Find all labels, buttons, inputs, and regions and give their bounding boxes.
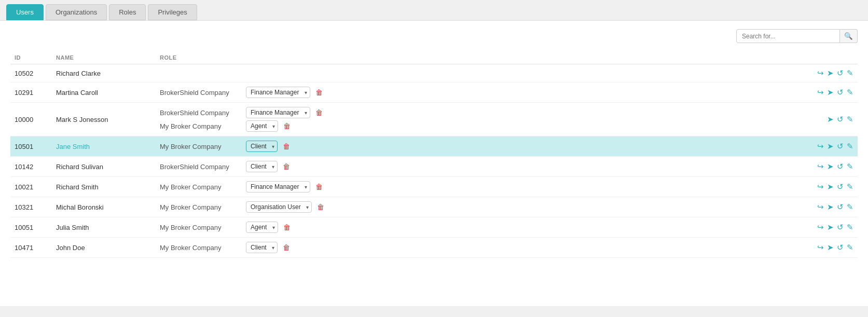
action-icons: ↪➤↺✎	[719, 88, 853, 97]
edit-icon[interactable]: ✎	[847, 68, 853, 78]
cursor-icon[interactable]: ➤	[827, 182, 834, 191]
user-actions-cell: ➤↺✎	[715, 103, 858, 136]
user-id: 10000	[10, 103, 52, 136]
trash-icon: 🗑	[315, 108, 323, 117]
delete-role-button[interactable]: 🗑	[281, 222, 293, 232]
role-dropdown[interactable]: Finance Manager	[246, 87, 310, 98]
role-dropdown[interactable]: Client	[246, 161, 278, 172]
role-entry: BrokerShield CompanyFinance Manager🗑	[160, 107, 711, 118]
login-icon[interactable]: ↪	[817, 162, 824, 171]
history-icon[interactable]: ↺	[837, 162, 844, 171]
user-role-cell: BrokerShield CompanyClient🗑	[156, 157, 715, 177]
delete-role-button[interactable]: 🗑	[281, 161, 292, 172]
org-label: BrokerShield Company	[160, 163, 243, 171]
user-id: 10291	[10, 82, 52, 103]
cursor-icon[interactable]: ➤	[827, 243, 834, 252]
table-row: 10021Richard SmithMy Broker CompanyFinan…	[10, 177, 858, 197]
delete-role-button[interactable]: 🗑	[281, 141, 292, 151]
tab-roles[interactable]: Roles	[109, 4, 146, 20]
org-label: BrokerShield Company	[160, 109, 243, 117]
role-dropdown-wrapper: Client	[246, 141, 278, 152]
cursor-icon[interactable]: ➤	[827, 162, 834, 171]
history-icon[interactable]: ↺	[837, 202, 844, 212]
user-id: 10502	[10, 64, 52, 82]
history-icon[interactable]: ↺	[837, 142, 844, 151]
edit-icon[interactable]: ✎	[847, 182, 853, 191]
edit-icon[interactable]: ✎	[847, 88, 853, 97]
trash-icon: 🗑	[283, 142, 290, 150]
tab-users[interactable]: Users	[6, 4, 44, 20]
role-dropdown[interactable]: Client	[246, 242, 278, 253]
history-icon[interactable]: ↺	[837, 182, 844, 191]
history-icon[interactable]: ↺	[837, 223, 844, 232]
login-icon[interactable]: ↪	[817, 142, 824, 151]
role-entry: My Broker CompanyClient🗑	[160, 141, 711, 152]
tab-organizations[interactable]: Organizations	[46, 4, 107, 20]
user-id: 10051	[10, 217, 52, 238]
role-dropdown[interactable]: Organisation User	[246, 201, 312, 213]
user-name: Mark S Jonesson	[52, 103, 156, 136]
cursor-icon[interactable]: ➤	[827, 115, 834, 124]
history-icon[interactable]: ↺	[837, 88, 844, 97]
role-dropdown-wrapper: Client	[246, 242, 278, 253]
user-name: John Doe	[52, 238, 156, 258]
user-actions-cell: ↪➤↺✎	[715, 217, 858, 238]
login-icon[interactable]: ↪	[817, 182, 824, 191]
action-icons: ↪➤↺✎	[719, 142, 853, 151]
top-tabs-bar: UsersOrganizationsRolesPrivileges	[0, 0, 868, 21]
search-button[interactable]: 🔍	[840, 29, 858, 43]
trash-icon: 🗑	[317, 203, 324, 211]
login-icon[interactable]: ↪	[817, 68, 824, 78]
login-icon[interactable]: ↪	[817, 202, 824, 212]
user-id: 10021	[10, 177, 52, 197]
login-icon[interactable]: ↪	[817, 88, 824, 97]
user-name: Richard Smith	[52, 177, 156, 197]
delete-role-button[interactable]: 🗑	[313, 107, 325, 118]
table-row: 10051Julia SmithMy Broker CompanyAgent🗑↪…	[10, 217, 858, 238]
role-dropdown[interactable]: Agent	[246, 120, 278, 132]
search-input[interactable]	[736, 29, 840, 43]
table-header-row: IDNAMEROLE	[10, 51, 858, 64]
edit-icon[interactable]: ✎	[847, 115, 853, 124]
role-dropdown[interactable]: Finance Manager	[246, 181, 310, 192]
cursor-icon[interactable]: ➤	[827, 68, 834, 78]
user-role-cell: My Broker CompanyOrganisation User🗑	[156, 197, 715, 217]
history-icon[interactable]: ↺	[837, 68, 844, 78]
org-label: My Broker Company	[160, 183, 243, 191]
role-dropdown[interactable]: Agent	[246, 222, 278, 233]
edit-icon[interactable]: ✎	[847, 202, 853, 212]
edit-icon[interactable]: ✎	[847, 243, 853, 252]
delete-role-button[interactable]: 🗑	[281, 242, 292, 253]
login-icon[interactable]: ↪	[817, 223, 824, 232]
col-header-name: NAME	[52, 51, 156, 64]
history-icon[interactable]: ↺	[837, 115, 844, 124]
user-name: Julia Smith	[52, 217, 156, 238]
edit-icon[interactable]: ✎	[847, 223, 853, 232]
role-dropdown[interactable]: Finance Manager	[246, 107, 310, 118]
trash-icon: 🗑	[315, 183, 323, 191]
login-icon[interactable]: ↪	[817, 243, 824, 252]
cursor-icon[interactable]: ➤	[827, 142, 834, 151]
cursor-icon[interactable]: ➤	[827, 223, 834, 232]
history-icon[interactable]: ↺	[837, 243, 844, 252]
delete-role-button[interactable]: 🗑	[313, 87, 325, 98]
user-id: 10142	[10, 157, 52, 177]
role-entry: BrokerShield CompanyClient🗑	[160, 161, 711, 172]
user-actions-cell: ↪➤↺✎	[715, 64, 858, 82]
action-icons: ↪➤↺✎	[719, 182, 853, 191]
cursor-icon[interactable]: ➤	[827, 88, 834, 97]
org-label: My Broker Company	[160, 244, 243, 252]
tab-privileges[interactable]: Privileges	[148, 4, 197, 20]
action-icons: ↪➤↺✎	[719, 243, 853, 252]
delete-role-button[interactable]: 🗑	[281, 121, 293, 131]
delete-role-button[interactable]: 🗑	[313, 182, 325, 192]
user-role-cell: My Broker CompanyClient🗑	[156, 136, 715, 157]
org-label: My Broker Company	[160, 143, 243, 150]
role-dropdown[interactable]: Client	[246, 141, 278, 152]
org-label: My Broker Company	[160, 224, 243, 231]
edit-icon[interactable]: ✎	[847, 142, 853, 151]
delete-role-button[interactable]: 🗑	[315, 202, 326, 212]
role-dropdown-wrapper: Organisation User	[246, 201, 312, 213]
edit-icon[interactable]: ✎	[847, 162, 853, 171]
cursor-icon[interactable]: ➤	[827, 202, 834, 212]
